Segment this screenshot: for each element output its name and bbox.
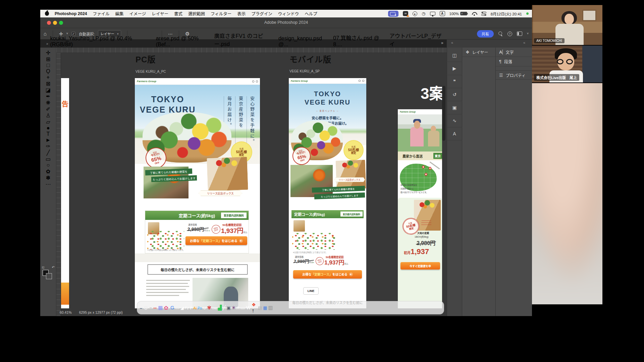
map-caption: 個人向けサブスクサービスです。 [400,191,428,194]
default-colors-icon[interactable]: ◱ [42,266,45,269]
cart-icon [359,80,361,82]
third-design-label: 3案 [421,81,445,103]
screen-sharing-indicator[interactable] [388,11,398,17]
paragraph-icon: ¶ [499,59,501,64]
tab-overflow-icon[interactable]: » [441,41,443,45]
canvas-scrollbar[interactable] [442,86,445,141]
second-headline: 毎日の慌ただしさが、未来のリスクを生む前に [148,264,248,275]
control-center-icon[interactable] [481,12,486,16]
off-circle: 65%OFF [211,224,221,235]
document-tab[interactable]: アウトバーンLP_デザイ [389,32,447,48]
properties-panel-header[interactable]: ☰ プロパティ [496,70,532,80]
menu-filter[interactable]: フィルター [211,10,231,17]
copy-band-2: たっぷりと詰め込んでお届けします [151,175,197,182]
old-price: 2,980円 [417,239,435,247]
video-call-panel: AKI TOMOMICHI 株式会社Live出版 尾上 [532,0,602,362]
apple-menu-icon[interactable] [45,11,49,16]
document-tab[interactable]: koukai_Yasuhiro_LP.psd @ 60.4% (RGB/8#) [50,36,156,48]
battery-icon: ⚡ [460,12,467,15]
document-status-bar: 60.41% 6295 px x 12977 px (72 ppi) [60,310,123,314]
color-swatches[interactable]: ◱ ↶ [43,270,54,280]
record-menu-icon[interactable]: ▶ [413,11,417,16]
menu-view[interactable]: 表示 [237,10,246,17]
layers-panel-header[interactable]: ❖ レイヤー [462,48,495,57]
battery-status[interactable]: 100% ⚡ [449,12,467,16]
sale-price: 1,937円税込 [324,258,348,266]
menu-select[interactable]: 選択範囲 [188,10,205,17]
limited-badge: 先着50名様限定 [344,141,363,160]
menu-plugins[interactable]: プラグイン [251,10,272,17]
section-gap [135,253,260,262]
menu-app-name[interactable]: Photoshop 2024 [55,11,87,16]
new-price: 初月1,937 [404,247,429,256]
camera-active-dot [526,12,529,15]
document-tab[interactable]: arese.psd @ 50% (Bef... [156,36,214,48]
chevron-down-icon: ∨ [117,33,119,35]
menu-layer[interactable]: レイヤー [152,10,168,17]
menu-type[interactable]: 書式 [174,10,182,17]
zoom-level[interactable]: 60.41% [60,310,72,314]
auto-select-checkbox[interactable]: ✓ [71,32,75,36]
wave-lines [421,221,431,227]
menu-bar-clock[interactable]: 8月12日(火) 20:41 [491,11,522,16]
canvas-area[interactable]: 告 PC版 モバイル版 VEGE KURU_A_PC VEGE KURU_A_S… [56,48,447,316]
menu-file[interactable]: ファイル [93,10,110,17]
vegetable-grid-image [292,233,335,250]
document-tab[interactable]: 廣庭さまFV1 のコピー.psd [214,32,278,48]
shipping-badge: 東京都内送料無料 [340,212,363,217]
battery-percent: 100% [449,12,459,16]
menu-window[interactable]: ウィンドウ [278,10,299,17]
collapse-panels-icon[interactable]: « [451,41,453,45]
user-icon [362,80,364,82]
document-tab[interactable]: 07.箕輪さん.psd @ 8.... [333,34,389,48]
share-button[interactable]: 共有 [477,30,494,38]
panel-icon-strip: ◫▶❞↺▣∿A [447,48,462,316]
chevron-down-icon[interactable]: ˅ [66,32,68,35]
document-tab[interactable]: design_kanpu.psd @... [278,36,333,48]
creative-cloud-icon[interactable]: ∞ [403,11,408,16]
tab-scroll-left[interactable]: » [46,42,48,46]
participant-name: 株式会社Live出版 尾上 [534,74,579,81]
time-machine-icon[interactable]: ◷ [422,11,425,16]
workspace-icon[interactable] [517,32,522,36]
sp-section-label: モバイル版 [289,53,331,65]
lp-copy-1: 安心野菜を手軽に。 [289,115,366,120]
sale-price: 1,937円税込 [221,226,248,235]
menu-edit[interactable]: 編集 [115,10,124,17]
search-icon[interactable] [498,32,503,36]
left-artboard-image [61,283,69,305]
lp-title: TOKYOVEGE KURU [289,90,366,107]
vegetable-box-photo [207,157,248,191]
participant-video-1: AKI TOMOMICHI [532,5,602,45]
home-icon[interactable]: ⌂ [44,31,47,36]
character-panel-group: A 文字 ¶ 段落 ☰ プロパティ [496,48,532,316]
help-icon[interactable]: ? [507,32,512,36]
arrow-icon: → [206,228,211,233]
menu-help[interactable]: ヘルプ [305,10,317,17]
farmer-photo [398,115,442,152]
cta-button: 今すぐ定期便を申 [400,262,440,269]
character-panel-header[interactable]: A 文字 [496,48,532,57]
character-icon: A [499,50,503,55]
input-source-icon[interactable]: A [440,11,445,16]
background-color[interactable] [46,273,52,279]
off-circle: 65%OFF [315,256,324,266]
course-block: 定期コース(約5kg) 東京都内送料無料 通常価格 2,980円税込 → 65%… [145,210,249,253]
hands-carrots-photo [290,165,333,197]
lp-logo: Farmers Group [400,111,416,113]
cart-icon [252,80,254,82]
left-artboard-text: 告 [62,99,68,109]
swap-colors-icon[interactable]: ↶ [52,265,55,269]
sp-artboard-name[interactable]: VEGE KURU_A_SP [289,69,320,73]
line-button: LINE [303,287,319,295]
menu-image[interactable]: イメージ [129,10,146,17]
properties-icon: ☰ [499,73,503,78]
pc-artboard-name[interactable]: VEGE KURU_A_PC [136,70,166,73]
course-note: ※お届けの内容は時期により異なります。 [293,251,327,254]
paragraph-panel-header[interactable]: ¶ 段落 [496,57,532,66]
pc-section-label: PC版 [136,53,156,65]
display-menu-icon[interactable] [430,12,435,15]
wifi-icon[interactable] [472,12,477,16]
collapse-panels-icon[interactable]: « [523,41,525,45]
chevron-down-icon[interactable]: ˅ [527,32,529,35]
